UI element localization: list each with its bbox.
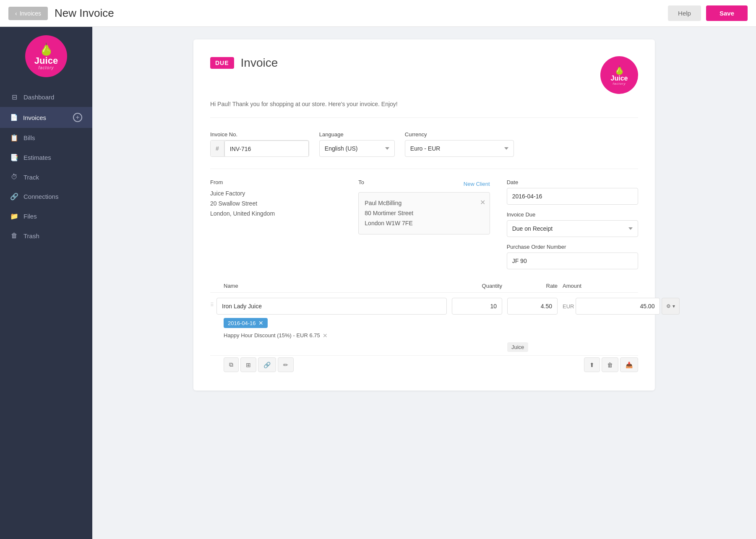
items-qty-header: Quantity xyxy=(452,283,502,289)
items-amount-header: Amount xyxy=(563,283,638,289)
currency-select[interactable]: Euro - EUR USD - US Dollar GBP - British… xyxy=(405,140,514,157)
sidebar: 🍐 Juice factory ⊟ Dashboard 📄 Invoices +… xyxy=(0,27,92,539)
sidebar-item-estimates[interactable]: 📑 Estimates xyxy=(0,148,92,167)
from-address: Juice Factory 20 Swallow Street London, … xyxy=(210,189,342,219)
invoice-no-field[interactable] xyxy=(224,141,309,157)
to-box-close-icon[interactable]: ✕ xyxy=(480,197,485,208)
item-amount-field[interactable] xyxy=(576,298,660,315)
toolbar-archive-button[interactable]: 📥 xyxy=(620,357,638,372)
date-group: Date xyxy=(507,179,638,205)
add-invoice-icon[interactable]: + xyxy=(73,113,82,122)
item-amount-area: EUR ⚙ ▾ xyxy=(563,298,638,315)
item-discount-tag: Happy Hour Discount (15%) - EUR 6.75 ✕ xyxy=(224,332,328,339)
sidebar-logo: 🍐 Juice factory xyxy=(25,35,67,77)
item-drag-area: ⠿ xyxy=(210,298,447,315)
items-section: Name Quantity Rate Amount ⠿ EUR xyxy=(210,283,638,374)
toolbar-link-button[interactable]: 🔗 xyxy=(258,357,276,372)
items-name-header: Name xyxy=(224,283,447,289)
item-category-row: Juice xyxy=(210,342,638,352)
drag-handle-icon[interactable]: ⠿ xyxy=(210,298,214,308)
invoice-due-label: Invoice Due xyxy=(507,211,638,218)
to-header: To New Client xyxy=(358,179,490,189)
invoice-card: DUE Invoice 🍐 Juice factory Hi Paul! Tha… xyxy=(193,39,655,391)
toolbar-copy-button[interactable]: ⧉ xyxy=(224,357,239,372)
topbar: ‹ Invoices New Invoice Help Save xyxy=(0,0,756,27)
invoice-no-group: Invoice No. # xyxy=(210,131,309,157)
layout: 🍐 Juice factory ⊟ Dashboard 📄 Invoices +… xyxy=(0,27,756,539)
estimates-icon: 📑 xyxy=(10,154,18,161)
po-label: Purchase Order Number xyxy=(507,244,638,250)
item-date-tag-close-icon[interactable]: ✕ xyxy=(258,320,263,326)
sidebar-item-dashboard[interactable]: ⊟ Dashboard xyxy=(0,87,92,107)
language-group: Language English (US) French German Span… xyxy=(319,131,395,157)
item-rate-field[interactable] xyxy=(507,298,558,315)
item-category-tag[interactable]: Juice xyxy=(507,342,528,352)
toolbar-move-button[interactable]: ⬆ xyxy=(584,357,600,372)
new-client-link[interactable]: New Client xyxy=(464,181,490,187)
sidebar-item-connections[interactable]: 🔗 Connections xyxy=(0,187,92,206)
help-button[interactable]: Help xyxy=(668,5,701,21)
item-row: ⠿ EUR ⚙ ▾ xyxy=(210,298,638,315)
invoice-due-group: Invoice Due Due on Receipt Net 7 Net 15 … xyxy=(507,211,638,237)
item-category-col: Juice xyxy=(507,342,558,352)
toolbar-delete-button[interactable]: 🗑 xyxy=(602,357,618,372)
logo-juice-text: Juice xyxy=(34,56,58,65)
item-name-field[interactable] xyxy=(216,298,447,315)
company-logo-factory: factory xyxy=(613,82,626,86)
invoice-word: Invoice xyxy=(241,56,278,70)
item-discount-label: Happy Hour Discount (15%) - EUR 6.75 xyxy=(224,332,320,339)
item-discount-remove-icon[interactable]: ✕ xyxy=(323,332,328,339)
invoice-no-label: Invoice No. xyxy=(210,131,309,138)
invoice-no-prefix: # xyxy=(211,141,224,156)
back-button[interactable]: ‹ Invoices xyxy=(8,7,48,20)
toolbar-table-button[interactable]: ⊞ xyxy=(240,357,256,372)
items-header: Name Quantity Rate Amount xyxy=(210,283,638,293)
currency-label: Currency xyxy=(405,131,514,138)
item-currency-label: EUR xyxy=(563,303,574,310)
item-detail-area: 2016-04-16 ✕ Happy Hour Discount (15%) -… xyxy=(210,318,638,339)
sidebar-item-track[interactable]: ⏱ Track xyxy=(0,167,92,187)
company-logo-pear-icon: 🍐 xyxy=(614,65,625,75)
item-date-tag[interactable]: 2016-04-16 ✕ xyxy=(224,318,268,328)
to-label: To xyxy=(358,179,364,185)
invoice-due-select[interactable]: Due on Receipt Net 7 Net 15 Net 30 Net 6… xyxy=(507,220,638,237)
item-quantity-field[interactable] xyxy=(452,298,502,315)
invoice-greeting: Hi Paul! Thank you for shopping at our s… xyxy=(210,101,638,118)
bills-icon: 📋 xyxy=(10,134,18,142)
to-city: London W1W 7FE xyxy=(365,219,483,229)
company-logo: 🍐 Juice factory xyxy=(600,56,638,94)
due-badge: DUE xyxy=(210,57,234,69)
item-discount-row: Happy Hour Discount (15%) - EUR 6.75 ✕ xyxy=(224,331,638,339)
logo-pear-icon: 🍐 xyxy=(39,42,54,56)
item-date-tag-row: 2016-04-16 ✕ xyxy=(224,318,638,328)
files-icon: 📁 xyxy=(10,212,18,220)
language-label: Language xyxy=(319,131,395,138)
sidebar-item-bills[interactable]: 📋 Bills xyxy=(0,128,92,148)
po-field[interactable] xyxy=(507,253,638,269)
invoice-form-row-1: Invoice No. # Language English (US) Fren… xyxy=(210,131,638,157)
connections-icon: 🔗 xyxy=(10,193,18,200)
currency-group: Currency Euro - EUR USD - US Dollar GBP … xyxy=(405,131,514,157)
track-icon: ⏱ xyxy=(10,173,18,181)
sidebar-item-files[interactable]: 📁 Files xyxy=(0,206,92,226)
language-select[interactable]: English (US) French German Spanish xyxy=(319,140,395,157)
invoice-title-area: DUE Invoice xyxy=(210,56,278,70)
sidebar-item-invoices[interactable]: 📄 Invoices + xyxy=(0,107,92,128)
from-label: From xyxy=(210,179,342,185)
item-settings-button[interactable]: ⚙ ▾ xyxy=(662,298,679,315)
sidebar-item-trash[interactable]: 🗑 Trash xyxy=(0,226,92,245)
page-title: New Invoice xyxy=(55,7,668,20)
from-city: London, United Kingdom xyxy=(210,209,342,219)
logo-factory-text: factory xyxy=(38,65,54,70)
date-field[interactable] xyxy=(507,188,638,205)
date-label: Date xyxy=(507,179,638,185)
from-street: 20 Swallow Street xyxy=(210,199,342,209)
invoice-no-input-wrapper: # xyxy=(210,140,309,157)
items-rate-header: Rate xyxy=(507,283,558,289)
main-content: DUE Invoice 🍐 Juice factory Hi Paul! Tha… xyxy=(92,27,756,539)
toolbar-edit-button[interactable]: ✏ xyxy=(278,357,294,372)
save-button[interactable]: Save xyxy=(706,5,748,21)
item-toolbar: ⧉ ⊞ 🔗 ✏ ⬆ 🗑 📥 xyxy=(210,355,638,374)
to-name: Paul McBilling xyxy=(365,198,483,208)
from-to-section: From Juice Factory 20 Swallow Street Lon… xyxy=(210,169,638,269)
